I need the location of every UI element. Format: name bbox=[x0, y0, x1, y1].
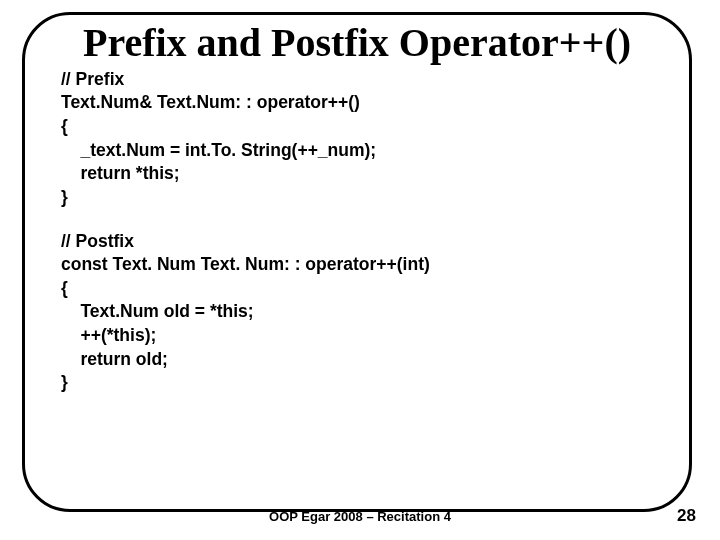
code-line: } bbox=[61, 372, 68, 392]
code-postfix-block: // Postfix const Text. Num Text. Num: : … bbox=[61, 230, 659, 395]
code-line: _text.Num = int.To. String(++_num); bbox=[61, 140, 376, 160]
code-line: return *this; bbox=[61, 163, 180, 183]
spacer bbox=[55, 210, 659, 230]
slide-title: Prefix and Postfix Operator++() bbox=[55, 21, 659, 66]
code-line: Text.Num old = *this; bbox=[61, 301, 254, 321]
code-line: return old; bbox=[61, 349, 168, 369]
page-number: 28 bbox=[677, 506, 696, 526]
code-line: Text.Num& Text.Num: : operator++() bbox=[61, 92, 360, 112]
code-line: } bbox=[61, 187, 68, 207]
slide-footer: OOP Egar 2008 – Recitation 4 bbox=[0, 509, 720, 524]
code-line: const Text. Num Text. Num: : operator++(… bbox=[61, 254, 430, 274]
code-line: { bbox=[61, 116, 68, 136]
code-line: { bbox=[61, 278, 68, 298]
slide-frame: Prefix and Postfix Operator++() // Prefi… bbox=[22, 12, 692, 512]
code-prefix-block: // Prefix Text.Num& Text.Num: : operator… bbox=[61, 68, 659, 210]
code-line: ++(*this); bbox=[61, 325, 156, 345]
code-line: // Postfix bbox=[61, 231, 134, 251]
code-line: // Prefix bbox=[61, 69, 124, 89]
